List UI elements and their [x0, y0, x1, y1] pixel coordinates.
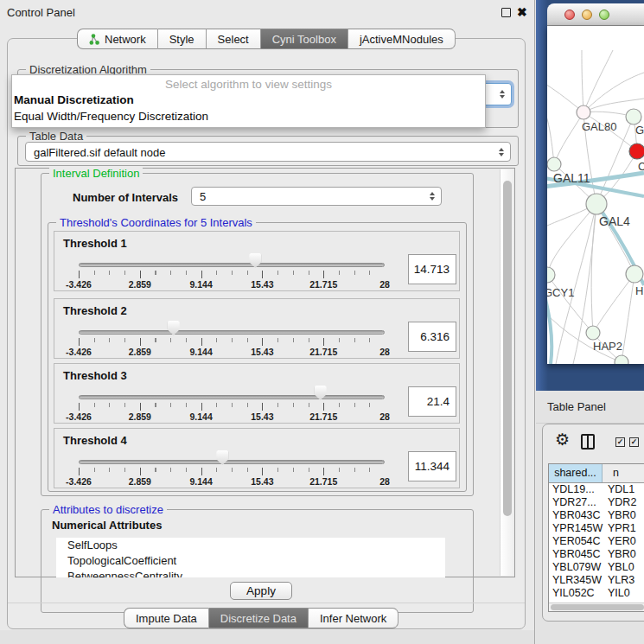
- node-label: GAL4: [599, 214, 630, 228]
- tab-impute-data[interactable]: Impute Data: [124, 608, 209, 628]
- panel-divider[interactable]: [534, 0, 535, 644]
- table-cell: YDL1: [603, 483, 644, 496]
- control-panel: Control Panel ✖ Network Style Select Cyn…: [0, 0, 534, 644]
- checkbox-icon[interactable]: ✓: [629, 437, 639, 447]
- right-pane: GAL80 GA C GAL11 GAL4 GCY1 H HAP2 Table …: [536, 0, 644, 644]
- vertical-scrollbar[interactable]: [500, 169, 513, 576]
- node-label: GAL80: [582, 120, 616, 133]
- group-title: Attributes to discretize: [49, 503, 167, 516]
- table-row[interactable]: YBL079WYBL0: [549, 561, 644, 574]
- attributes-list[interactable]: SelfLoopsTopologicalCoefficientBetweenne…: [56, 538, 445, 577]
- threshold-3-slider[interactable]: -3.4262.8599.14415.4321.71528: [79, 364, 385, 424]
- table-row[interactable]: YER054CYER0: [549, 535, 644, 548]
- table-row[interactable]: YLR345WYLR3: [549, 574, 644, 587]
- network-window-titlebar[interactable]: [547, 3, 644, 26]
- threshold-value-field[interactable]: 6.316: [408, 322, 456, 352]
- tab-network[interactable]: Network: [77, 29, 158, 49]
- table-cell: YBL0: [603, 561, 644, 574]
- tick-label: 28: [379, 476, 390, 487]
- node-label: HAP2: [593, 340, 622, 353]
- tick-label: 9.144: [189, 476, 212, 487]
- threshold-4-panel: Threshold 4 -3.4262.8599.14415.4321.7152…: [54, 428, 460, 488]
- table-row[interactable]: YPR145WYPR1: [549, 522, 644, 535]
- tick-label: 28: [379, 347, 390, 357]
- tab-cyni-toolbox[interactable]: Cyni Toolbox: [261, 29, 348, 49]
- table-cell: YER054C: [549, 535, 603, 548]
- zoom-traffic-light[interactable]: [599, 10, 609, 20]
- gear-icon[interactable]: ⚙: [555, 430, 570, 450]
- threshold-1-slider[interactable]: -3.4262.8599.14415.4321.71528: [79, 232, 385, 292]
- node-label: GAL11: [553, 171, 590, 185]
- tick-label: 15.43: [251, 279, 273, 290]
- threshold-value-field[interactable]: 21.4: [408, 386, 456, 417]
- columns-icon[interactable]: [581, 434, 595, 450]
- threshold-value-field[interactable]: 14.713: [408, 254, 456, 284]
- tick-label: -3.426: [66, 476, 92, 487]
- node-label: GCY1: [547, 286, 574, 299]
- column-header-name[interactable]: n: [603, 464, 644, 482]
- minimize-traffic-light[interactable]: [582, 10, 592, 20]
- group-title: Interval Definition: [49, 167, 143, 180]
- dropdown-option-manual[interactable]: Manual Discretization: [14, 93, 134, 106]
- table-row[interactable]: YIL052CYIL0: [549, 587, 644, 600]
- node-top-right: [626, 109, 641, 124]
- tab-select[interactable]: Select: [207, 29, 261, 49]
- threshold-value-field[interactable]: 11.344: [408, 451, 456, 481]
- slider-ticklabels: -3.4262.8599.14415.4321.71528: [79, 279, 385, 290]
- apply-button[interactable]: Apply: [230, 582, 292, 600]
- table-row[interactable]: YDR27...YDR2: [549, 496, 644, 509]
- slider-track[interactable]: [79, 460, 385, 464]
- slider-ticklabels: -3.4262.8599.14415.4321.71528: [79, 347, 385, 357]
- tick-label: 2.859: [129, 476, 151, 487]
- combo-stepper-icon: [500, 90, 505, 99]
- tab-jactivemnodules[interactable]: jActiveMNodules: [348, 29, 456, 49]
- table-row[interactable]: YDL19...YDL1: [549, 483, 644, 496]
- table-cell: YBR0: [603, 548, 644, 561]
- bottom-tab-bar: Impute Data Discretize Data Infer Networ…: [124, 608, 399, 628]
- attribute-list-item[interactable]: TopologicalCoefficient: [56, 553, 445, 569]
- node-label: H: [635, 284, 643, 297]
- network-canvas[interactable]: GAL80 GA C GAL11 GAL4 GCY1 H HAP2: [547, 26, 644, 364]
- node-bottom: [615, 355, 628, 364]
- tick-label: 28: [379, 279, 390, 290]
- scrollbar-thumb[interactable]: [503, 181, 512, 516]
- tick-label: 2.859: [129, 279, 151, 290]
- node-h: [626, 265, 643, 283]
- close-icon[interactable]: ✖: [517, 5, 527, 19]
- table-data-combobox[interactable]: galFiltered.sif default node: [25, 142, 511, 162]
- column-header-shared-name[interactable]: shared...: [549, 464, 603, 482]
- tab-style[interactable]: Style: [158, 29, 207, 49]
- table-row[interactable]: YBR045CYBR0: [549, 548, 644, 561]
- table-cell: YBR045C: [549, 548, 603, 561]
- number-of-intervals-combobox[interactable]: 5: [191, 187, 442, 206]
- dropdown-option-equal-width[interactable]: Equal Width/Frequency Discretization: [14, 110, 208, 123]
- threshold-2-slider[interactable]: -3.4262.8599.14415.4321.71528: [79, 299, 385, 360]
- panel-lower-margin: [0, 630, 534, 644]
- threshold-4-slider[interactable]: -3.4262.8599.14415.4321.71528: [79, 429, 385, 489]
- tab-discretize-data[interactable]: Discretize Data: [209, 608, 309, 628]
- table-header-row: shared... n: [549, 464, 644, 483]
- table-row[interactable]: YBR043CYBR0: [549, 509, 644, 522]
- slider-track[interactable]: [79, 330, 385, 335]
- slider-track[interactable]: [79, 395, 385, 399]
- float-window-icon[interactable]: [501, 8, 511, 17]
- checkbox-icon[interactable]: ✓: [615, 437, 625, 447]
- table-cell: YDR2: [603, 496, 644, 509]
- attribute-list-item[interactable]: SelfLoops: [56, 538, 445, 553]
- table-cell: YPR1: [603, 522, 644, 535]
- network-graph: GAL80 GA C GAL11 GAL4 GCY1 H HAP2: [547, 26, 644, 364]
- scrollbar-thumb[interactable]: [551, 604, 644, 610]
- slider-track[interactable]: [79, 263, 385, 267]
- table-cell: YIL0: [603, 587, 644, 600]
- close-traffic-light[interactable]: [564, 10, 575, 20]
- table-panel-titlebar: Table Panel: [536, 391, 644, 424]
- tick-label: 28: [379, 411, 390, 422]
- horizontal-scrollbar[interactable]: [549, 603, 644, 611]
- tab-infer-network[interactable]: Infer Network: [309, 608, 399, 628]
- attribute-list-item[interactable]: BetweennessCentrality: [56, 569, 445, 577]
- tick-label: 21.715: [309, 279, 337, 290]
- dropdown-placeholder: Select algorithm to view settings: [12, 78, 485, 91]
- node-table: shared... n YDL19...YDL1YDR27...YDR2YBR0…: [548, 463, 644, 612]
- table-cell: YPR145W: [549, 522, 603, 535]
- table-rows: YDL19...YDL1YDR27...YDR2YBR043CYBR0YPR14…: [549, 483, 644, 604]
